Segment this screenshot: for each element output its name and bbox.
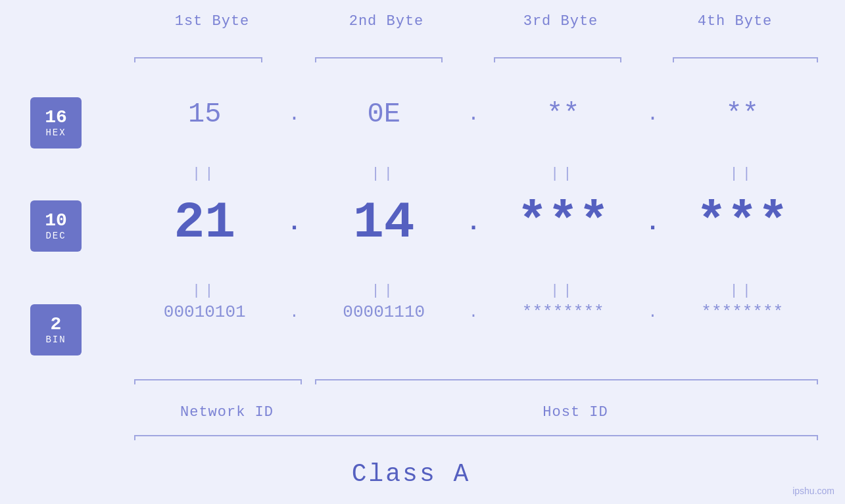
dec-dot-2: . — [464, 210, 483, 237]
id-labels: Network ID Host ID — [125, 404, 822, 421]
eq-3: || — [483, 166, 643, 182]
bin-val-4: ******** — [663, 302, 823, 322]
bin-badge-label: BIN — [45, 334, 66, 345]
hex-val-4: ** — [663, 99, 823, 130]
bin-val-1: 00010101 — [125, 302, 285, 322]
bin-badge: 2 BIN — [30, 304, 82, 355]
bin-row: 00010101 . 00001110 . ******** . *******… — [125, 302, 822, 322]
eq-b4: || — [663, 283, 823, 299]
host-id-label: Host ID — [329, 404, 822, 421]
dec-dot-1: . — [285, 210, 304, 237]
bin-val-3: ******** — [483, 302, 643, 322]
bin-dot-3: . — [643, 304, 663, 321]
equals-hex-dec: || || || || — [125, 166, 822, 182]
bin-val-2: 00001110 — [304, 302, 464, 322]
equals-dec-bin: || || || || — [125, 283, 822, 299]
byte-header-4: 4th Byte — [648, 13, 822, 30]
eq-b1: || — [125, 283, 285, 299]
hex-dot-2: . — [464, 103, 483, 126]
hex-badge-number: 16 — [45, 108, 67, 128]
hex-row: 15 . 0E . ** . ** — [125, 99, 822, 130]
dec-val-1: 21 — [125, 194, 285, 252]
hex-dot-1: . — [285, 103, 304, 126]
byte-header-1: 1st Byte — [125, 13, 299, 30]
eq-2: || — [304, 166, 464, 182]
byte-header-2: 2nd Byte — [299, 13, 473, 30]
byte-headers: 1st Byte 2nd Byte 3rd Byte 4th Byte — [125, 13, 822, 30]
dec-val-2: 14 — [304, 194, 464, 252]
eq-4: || — [663, 166, 823, 182]
hex-badge: 16 HEX — [30, 97, 82, 149]
dec-dot-3: . — [643, 210, 663, 237]
dec-badge-label: DEC — [45, 231, 66, 241]
bin-badge-number: 2 — [51, 315, 62, 335]
byte-header-3: 3rd Byte — [473, 13, 648, 30]
dec-val-3: *** — [483, 194, 643, 252]
eq-b3: || — [483, 283, 643, 299]
bin-dot-2: . — [464, 304, 483, 321]
hex-val-1: 15 — [125, 99, 285, 130]
dec-val-4: *** — [663, 194, 823, 252]
dec-badge: 10 DEC — [30, 200, 82, 252]
hex-badge-label: HEX — [45, 127, 66, 138]
network-id-label: Network ID — [125, 404, 329, 421]
class-label: Class A — [0, 460, 822, 488]
eq-1: || — [125, 166, 285, 182]
hex-dot-3: . — [643, 103, 663, 126]
bin-dot-1: . — [285, 304, 304, 321]
brackets-svg — [0, 0, 845, 504]
dec-badge-number: 10 — [45, 211, 67, 231]
eq-b2: || — [304, 283, 464, 299]
hex-val-3: ** — [483, 99, 643, 130]
hex-val-2: 0E — [304, 99, 464, 130]
watermark: ipshu.com — [792, 486, 834, 496]
dec-row: 21 . 14 . *** . *** — [125, 194, 822, 252]
main-container: 1st Byte 2nd Byte 3rd Byte 4th Byte 16 H… — [0, 0, 845, 504]
